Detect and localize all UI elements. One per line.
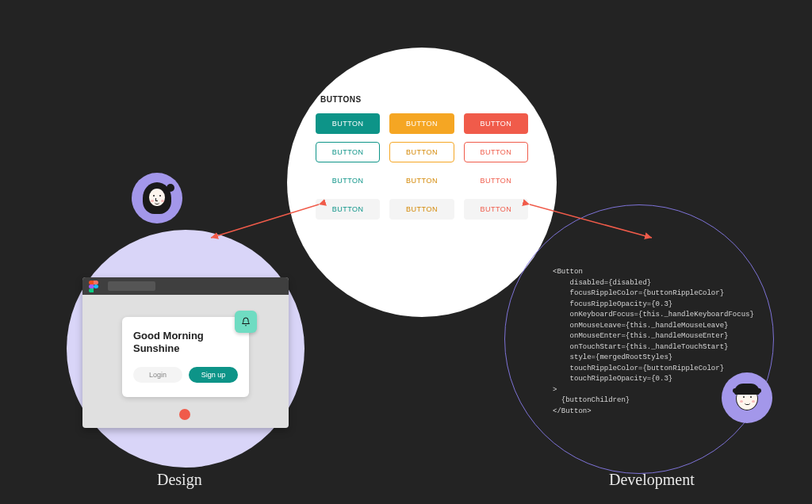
button-outline-teal: BUTTON (316, 142, 380, 162)
design-circle: Good Morning Sunshine Login Sign up (67, 230, 304, 468)
button-outline-amber: BUTTON (389, 142, 454, 162)
design-label: Design (157, 471, 202, 489)
designer-avatar (132, 173, 182, 223)
button-solid-teal: BUTTON (316, 113, 380, 134)
male-face-icon (731, 382, 763, 414)
greeting-card: Good Morning Sunshine Login Sign up (122, 317, 249, 397)
button-flat-amber: BUTTON (389, 199, 454, 220)
browser-bar (82, 277, 289, 295)
section-title-buttons: BUTTONS (320, 95, 528, 104)
button-solid-amber: BUTTON (389, 113, 454, 134)
button-text-teal: BUTTON (316, 170, 380, 191)
development-label: Development (609, 471, 695, 489)
browser-tab (108, 281, 155, 291)
development-circle: <Button disabled={disabled} focusRippleC… (504, 204, 774, 474)
bell-icon (235, 311, 257, 333)
selection-handle-icon (179, 409, 190, 420)
component-spec-circle: BUTTONS BUTTON BUTTON BUTTON BUTTON BUTT… (287, 48, 557, 317)
button-solid-red: BUTTON (464, 113, 528, 134)
button-text-red: BUTTON (464, 170, 528, 191)
developer-avatar (722, 372, 772, 423)
browser-mockup: Good Morning Sunshine Login Sign up (82, 277, 289, 428)
button-grid: BUTTON BUTTON BUTTON BUTTON BUTTON BUTTO… (316, 113, 528, 220)
button-flat-teal: BUTTON (316, 199, 380, 220)
button-flat-red: BUTTON (464, 199, 528, 220)
button-text-amber: BUTTON (389, 170, 454, 191)
button-outline-red: BUTTON (464, 142, 528, 162)
female-face-icon (143, 182, 171, 214)
card-title: Good Morning Sunshine (133, 330, 238, 356)
login-pill: Login (133, 367, 182, 383)
figma-logo-icon (89, 281, 98, 292)
signup-pill: Sign up (189, 367, 238, 383)
